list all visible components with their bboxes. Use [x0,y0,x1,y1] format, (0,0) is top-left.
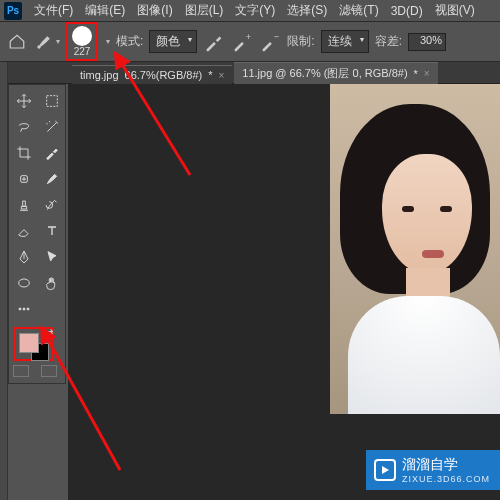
healing-tool-icon[interactable] [11,167,37,191]
document-tab[interactable]: 11.jpg @ 66.7% (图层 0, RGB/8#) * × [234,62,437,84]
svg-point-7 [23,308,25,310]
chevron-down-icon[interactable]: ▾ [106,37,110,46]
brush-tool-icon[interactable] [39,167,65,191]
tools-panel: ⇄ [8,84,66,384]
tab-detail: 66.7%(RGB/8#) [125,69,203,81]
hand-tool-icon[interactable] [39,271,65,295]
pen-tool-icon[interactable] [11,245,37,269]
watermark-url: ZIXUE.3D66.COM [402,474,490,484]
mode-label: 模式: [116,33,143,50]
tolerance-label: 容差: [375,33,402,50]
brush-size-value: 227 [74,46,91,57]
quick-mask-icon[interactable] [13,365,29,377]
photoshop-logo: Ps [4,2,22,20]
stamp-tool-icon[interactable] [11,193,37,217]
eyedropper-tool-icon[interactable] [39,141,65,165]
svg-text:+: + [246,32,251,42]
svg-point-6 [19,308,21,310]
crop-tool-icon[interactable] [11,141,37,165]
history-brush-tool-icon[interactable] [39,193,65,217]
menu-view[interactable]: 视图(V) [435,2,475,19]
svg-point-8 [27,308,29,310]
chevron-down-icon: ▾ [56,37,60,46]
document-canvas[interactable] [330,84,500,414]
home-icon[interactable] [6,31,28,53]
limit-label: 限制: [287,33,314,50]
move-tool-icon[interactable] [11,89,37,113]
play-icon [374,459,396,481]
screen-mode-icon[interactable] [41,365,57,377]
swap-colors-icon[interactable]: ⇄ [45,327,53,338]
type-tool-icon[interactable] [39,219,65,243]
eyedropper-plus-icon[interactable]: + [231,31,253,53]
tolerance-input[interactable]: 30% [408,33,446,51]
more-tools-icon[interactable] [11,297,37,321]
magic-wand-tool-icon[interactable] [39,115,65,139]
watermark-badge: 溜溜自学 ZIXUE.3D66.COM [366,450,500,490]
mode-value: 颜色 [156,34,180,48]
limit-select[interactable]: 连续 ▾ [321,30,369,53]
menu-image[interactable]: 图像(I) [137,2,172,19]
menu-select[interactable]: 选择(S) [287,2,327,19]
brush-preview-icon [72,26,92,46]
menu-layer[interactable]: 图层(L) [185,2,224,19]
menu-file[interactable]: 文件(F) [34,2,73,19]
tab-dirty: * [208,69,212,81]
chevron-down-icon: ▾ [360,35,364,44]
ellipse-tool-icon[interactable] [11,271,37,295]
eyedropper-sample-icon[interactable] [203,31,225,53]
menu-filter[interactable]: 滤镜(T) [339,2,378,19]
eraser-tool-icon[interactable] [11,219,37,243]
menu-3d[interactable]: 3D(D) [391,4,423,18]
limit-value: 连续 [328,34,352,48]
canvas-area[interactable] [68,84,500,500]
menu-edit[interactable]: 编辑(E) [85,2,125,19]
foreground-color-swatch[interactable] [19,333,39,353]
svg-point-0 [37,45,40,48]
marquee-tool-icon[interactable] [39,89,65,113]
path-select-tool-icon[interactable] [39,245,65,269]
brush-preset-picker[interactable]: 227 [66,22,98,61]
spacer [39,297,65,321]
tab-filename: 11.jpg @ 66.7% (图层 0, RGB/8#) [242,66,407,81]
tab-filename: timg.jpg [80,69,119,81]
lasso-tool-icon[interactable] [11,115,37,139]
eyedropper-minus-icon[interactable]: − [259,31,281,53]
chevron-down-icon: ▾ [188,35,192,44]
svg-text:−: − [274,32,279,42]
tool-preset-icon[interactable]: ▾ [34,29,60,55]
menu-bar: Ps 文件(F) 编辑(E) 图像(I) 图层(L) 文字(Y) 选择(S) 滤… [0,0,500,22]
watermark-brand: 溜溜自学 [402,456,458,472]
svg-point-5 [19,279,30,287]
panel-strip[interactable] [0,62,8,500]
photo-content [330,84,500,414]
tab-dirty: * [414,68,418,80]
document-tab[interactable]: timg.jpg 66.7%(RGB/8#) * × [72,65,232,84]
mode-select[interactable]: 颜色 ▾ [149,30,197,53]
svg-rect-3 [47,96,58,107]
close-icon[interactable]: × [424,68,430,79]
color-swatches[interactable]: ⇄ [13,327,53,361]
close-icon[interactable]: × [218,70,224,81]
options-bar: ▾ 227 ▾ 模式: 颜色 ▾ + − 限制: 连续 ▾ 容差: 30% [0,22,500,62]
document-tab-bar: timg.jpg 66.7%(RGB/8#) * × 11.jpg @ 66.7… [0,62,500,84]
menu-type[interactable]: 文字(Y) [235,2,275,19]
